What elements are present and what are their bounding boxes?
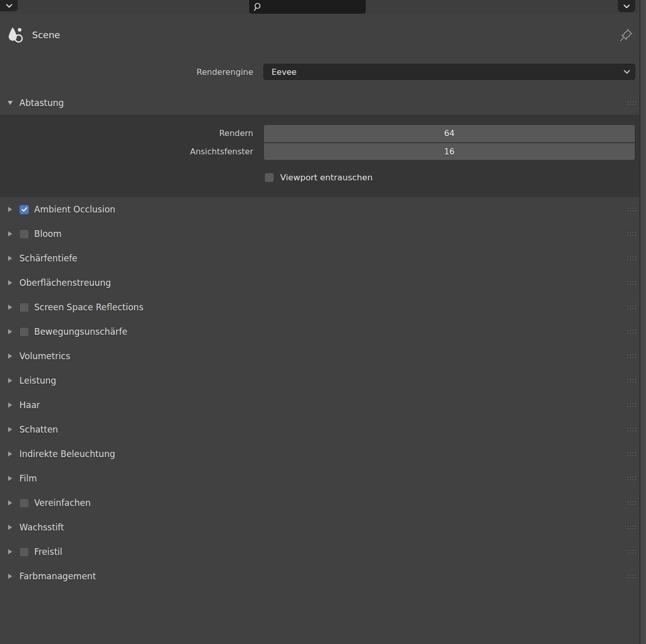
panel-title: Oberflächenstreuung <box>19 278 111 288</box>
triangle-right-icon[interactable] <box>7 427 13 432</box>
triangle-right-icon[interactable] <box>7 280 13 285</box>
vertical-scrollbar[interactable] <box>640 0 646 644</box>
magnifier-icon <box>254 3 262 11</box>
panel-checkbox[interactable] <box>19 547 29 557</box>
panel-list: Ambient Occlusion Bloom Schärfentiefe Ob… <box>0 197 640 588</box>
pushpin-icon <box>618 28 634 43</box>
panel-checkbox[interactable] <box>19 205 29 214</box>
panel-title: Vereinfachen <box>34 498 91 508</box>
panel-title: Wachsstift <box>19 522 64 532</box>
triangle-right-icon[interactable] <box>7 378 13 383</box>
drag-grip-icon[interactable] <box>627 525 637 530</box>
triangle-right-icon[interactable] <box>7 305 13 310</box>
chevron-down-icon <box>6 4 13 8</box>
breadcrumb-label: Scene <box>32 30 60 40</box>
samples-render-row: Rendern 64 <box>0 124 640 142</box>
panel-checkbox[interactable] <box>19 303 29 312</box>
drag-grip-icon[interactable] <box>627 280 637 285</box>
triangle-right-icon[interactable] <box>7 476 13 481</box>
triangle-right-icon[interactable] <box>7 207 13 212</box>
panel-header-row[interactable]: Haar <box>0 393 640 417</box>
drag-grip-icon[interactable] <box>627 451 637 457</box>
editor-type-button[interactable] <box>0 0 18 11</box>
chevron-down-icon <box>623 69 631 74</box>
search-input[interactable] <box>265 2 359 12</box>
panel-header-row[interactable]: Wachsstift <box>0 515 640 540</box>
samples-render-value: 64 <box>444 128 454 138</box>
panel-title: Leistung <box>19 375 56 386</box>
panel-header-row[interactable]: Indirekte Beleuchtung <box>0 442 640 466</box>
render-engine-row: Renderengine Eevee <box>0 64 640 80</box>
triangle-right-icon[interactable] <box>7 329 13 334</box>
drag-grip-icon[interactable] <box>627 256 637 261</box>
panel-title: Farbmanagement <box>19 571 96 581</box>
samples-viewport-slider[interactable]: 16 <box>263 143 635 160</box>
viewport-denoise-checkbox[interactable] <box>264 173 274 182</box>
render-engine-dropdown[interactable]: Eevee <box>263 64 635 80</box>
drag-grip-icon[interactable] <box>627 378 637 383</box>
panel-title: Volumetrics <box>19 351 70 361</box>
triangle-down-icon[interactable] <box>7 101 13 105</box>
drag-grip-icon[interactable] <box>627 476 637 481</box>
filter-options-button[interactable] <box>618 0 635 12</box>
samples-viewport-label: Ansichtsfenster <box>0 147 253 156</box>
drag-grip-icon[interactable] <box>627 427 637 432</box>
panel-header-sampling[interactable]: Abtastung <box>0 91 640 115</box>
drag-grip-icon[interactable] <box>627 207 637 212</box>
triangle-right-icon[interactable] <box>7 354 13 359</box>
triangle-right-icon[interactable] <box>7 256 13 261</box>
panel-header-row[interactable]: Vereinfachen <box>0 491 640 515</box>
panel-header-row[interactable]: Bewegungsunschärfe <box>0 319 640 344</box>
panel-header-row[interactable]: Schatten <box>0 417 640 442</box>
triangle-right-icon[interactable] <box>7 549 13 554</box>
triangle-right-icon[interactable] <box>7 525 13 530</box>
panel-header-row[interactable]: Screen Space Reflections <box>0 295 640 319</box>
panel-checkbox[interactable] <box>19 229 29 239</box>
panel-title: Film <box>19 473 37 484</box>
panel-header-row[interactable]: Farbmanagement <box>0 564 640 588</box>
pin-button[interactable] <box>617 26 635 44</box>
triangle-right-icon[interactable] <box>7 451 13 457</box>
panel-title: Bloom <box>34 229 62 239</box>
drag-grip-icon[interactable] <box>627 305 637 310</box>
panel-header-row[interactable]: Schärfentiefe <box>0 246 640 271</box>
samples-viewport-row: Ansichtsfenster 16 <box>0 142 640 160</box>
drag-grip-icon[interactable] <box>627 574 637 579</box>
panel-header-row[interactable]: Bloom <box>0 222 640 246</box>
viewport-denoise-option[interactable]: Viewport entrauschen <box>264 173 372 182</box>
triangle-right-icon[interactable] <box>7 500 13 505</box>
drag-grip-icon[interactable] <box>627 100 637 105</box>
samples-render-label: Rendern <box>0 128 253 138</box>
panel-header-row[interactable]: Leistung <box>0 368 640 393</box>
samples-render-slider[interactable]: 64 <box>263 124 635 142</box>
panel-title: Indirekte Beleuchtung <box>19 449 115 459</box>
panel-title: Freistil <box>34 547 62 557</box>
panel-title: Bewegungsunschärfe <box>34 327 127 337</box>
property-search[interactable] <box>249 0 366 14</box>
drag-grip-icon[interactable] <box>627 329 637 334</box>
render-engine-label: Renderengine <box>0 67 253 77</box>
triangle-right-icon[interactable] <box>7 403 13 408</box>
drag-grip-icon[interactable] <box>627 231 637 236</box>
chevron-down-icon <box>623 4 630 9</box>
panel-title: Schärfentiefe <box>19 253 77 263</box>
panel-header-row[interactable]: Volumetrics <box>0 344 640 368</box>
drag-grip-icon[interactable] <box>627 549 637 554</box>
drag-grip-icon[interactable] <box>627 403 637 408</box>
panel-checkbox[interactable] <box>19 498 29 508</box>
panel-header-row[interactable]: Oberflächenstreuung <box>0 271 640 295</box>
drag-grip-icon[interactable] <box>627 354 637 359</box>
triangle-right-icon[interactable] <box>7 574 13 579</box>
panel-checkbox[interactable] <box>19 327 29 337</box>
panel-header-row[interactable]: Ambient Occlusion <box>0 197 640 222</box>
panel-title: Screen Space Reflections <box>34 302 144 312</box>
samples-viewport-value: 16 <box>444 147 454 156</box>
scene-icon <box>7 26 24 44</box>
triangle-right-icon[interactable] <box>7 231 13 236</box>
breadcrumb: Scene <box>7 24 60 45</box>
panel-header-row[interactable]: Film <box>0 466 640 491</box>
panel-body-sampling: Rendern 64 Ansichtsfenster 16 <box>0 115 640 197</box>
panel-header-row[interactable]: Freistil <box>0 540 640 564</box>
drag-grip-icon[interactable] <box>627 500 637 505</box>
render-engine-value: Eevee <box>272 67 623 77</box>
